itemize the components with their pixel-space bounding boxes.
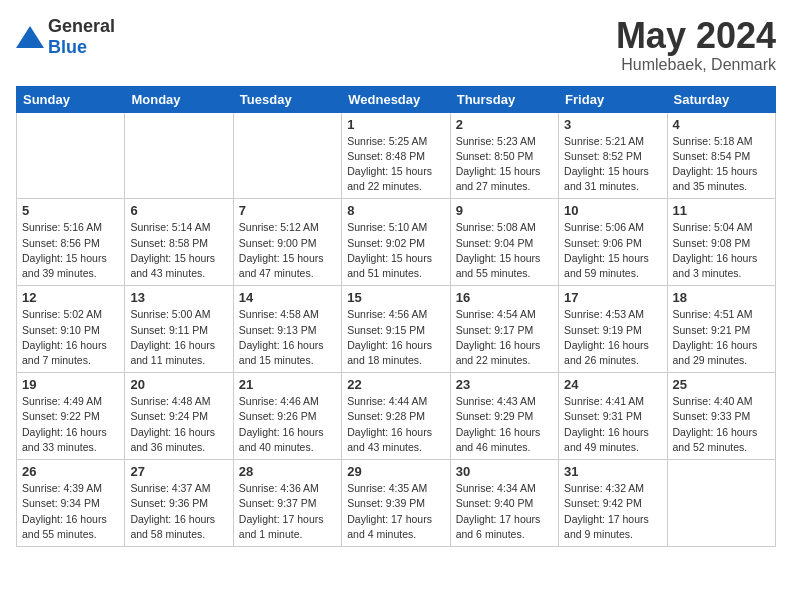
calendar-day-cell: 16Sunrise: 4:54 AMSunset: 9:17 PMDayligh… (450, 286, 558, 373)
calendar-day-cell: 21Sunrise: 4:46 AMSunset: 9:26 PMDayligh… (233, 373, 341, 460)
calendar-day-cell: 3Sunrise: 5:21 AMSunset: 8:52 PMDaylight… (559, 112, 667, 199)
svg-marker-0 (16, 26, 44, 48)
day-number: 29 (347, 464, 444, 479)
day-number: 10 (564, 203, 661, 218)
calendar-day-cell: 4Sunrise: 5:18 AMSunset: 8:54 PMDaylight… (667, 112, 775, 199)
day-number: 11 (673, 203, 770, 218)
calendar-day-cell: 13Sunrise: 5:00 AMSunset: 9:11 PMDayligh… (125, 286, 233, 373)
calendar-day-cell: 10Sunrise: 5:06 AMSunset: 9:06 PMDayligh… (559, 199, 667, 286)
calendar-day-cell: 31Sunrise: 4:32 AMSunset: 9:42 PMDayligh… (559, 460, 667, 547)
day-number: 19 (22, 377, 119, 392)
day-info: Sunrise: 5:18 AMSunset: 8:54 PMDaylight:… (673, 134, 770, 195)
day-info: Sunrise: 4:34 AMSunset: 9:40 PMDaylight:… (456, 481, 553, 542)
calendar-day-cell: 22Sunrise: 4:44 AMSunset: 9:28 PMDayligh… (342, 373, 450, 460)
day-info: Sunrise: 4:41 AMSunset: 9:31 PMDaylight:… (564, 394, 661, 455)
calendar-day-cell: 18Sunrise: 4:51 AMSunset: 9:21 PMDayligh… (667, 286, 775, 373)
day-number: 26 (22, 464, 119, 479)
logo-general: General (48, 16, 115, 36)
calendar-day-cell: 29Sunrise: 4:35 AMSunset: 9:39 PMDayligh… (342, 460, 450, 547)
day-info: Sunrise: 4:53 AMSunset: 9:19 PMDaylight:… (564, 307, 661, 368)
day-info: Sunrise: 5:02 AMSunset: 9:10 PMDaylight:… (22, 307, 119, 368)
day-info: Sunrise: 5:08 AMSunset: 9:04 PMDaylight:… (456, 220, 553, 281)
calendar-day-cell: 12Sunrise: 5:02 AMSunset: 9:10 PMDayligh… (17, 286, 125, 373)
day-number: 28 (239, 464, 336, 479)
day-number: 2 (456, 117, 553, 132)
calendar-day-cell: 27Sunrise: 4:37 AMSunset: 9:36 PMDayligh… (125, 460, 233, 547)
day-info: Sunrise: 5:14 AMSunset: 8:58 PMDaylight:… (130, 220, 227, 281)
calendar-day-cell: 5Sunrise: 5:16 AMSunset: 8:56 PMDaylight… (17, 199, 125, 286)
calendar-day-cell: 15Sunrise: 4:56 AMSunset: 9:15 PMDayligh… (342, 286, 450, 373)
calendar-day-cell: 1Sunrise: 5:25 AMSunset: 8:48 PMDaylight… (342, 112, 450, 199)
weekday-header: Friday (559, 86, 667, 112)
day-info: Sunrise: 4:40 AMSunset: 9:33 PMDaylight:… (673, 394, 770, 455)
day-number: 4 (673, 117, 770, 132)
day-number: 17 (564, 290, 661, 305)
calendar-day-cell: 19Sunrise: 4:49 AMSunset: 9:22 PMDayligh… (17, 373, 125, 460)
logo: General Blue (16, 16, 115, 58)
calendar-week-row: 19Sunrise: 4:49 AMSunset: 9:22 PMDayligh… (17, 373, 776, 460)
calendar-day-cell: 26Sunrise: 4:39 AMSunset: 9:34 PMDayligh… (17, 460, 125, 547)
day-info: Sunrise: 5:25 AMSunset: 8:48 PMDaylight:… (347, 134, 444, 195)
day-number: 23 (456, 377, 553, 392)
day-info: Sunrise: 4:44 AMSunset: 9:28 PMDaylight:… (347, 394, 444, 455)
calendar-day-cell: 2Sunrise: 5:23 AMSunset: 8:50 PMDaylight… (450, 112, 558, 199)
weekday-header: Saturday (667, 86, 775, 112)
calendar-day-cell (125, 112, 233, 199)
day-info: Sunrise: 5:12 AMSunset: 9:00 PMDaylight:… (239, 220, 336, 281)
day-number: 6 (130, 203, 227, 218)
day-info: Sunrise: 4:46 AMSunset: 9:26 PMDaylight:… (239, 394, 336, 455)
logo-blue: Blue (48, 37, 87, 57)
day-info: Sunrise: 4:35 AMSunset: 9:39 PMDaylight:… (347, 481, 444, 542)
day-number: 24 (564, 377, 661, 392)
day-info: Sunrise: 4:48 AMSunset: 9:24 PMDaylight:… (130, 394, 227, 455)
calendar-table: SundayMondayTuesdayWednesdayThursdayFrid… (16, 86, 776, 547)
calendar-header-row: SundayMondayTuesdayWednesdayThursdayFrid… (17, 86, 776, 112)
day-number: 5 (22, 203, 119, 218)
day-info: Sunrise: 4:56 AMSunset: 9:15 PMDaylight:… (347, 307, 444, 368)
calendar-day-cell: 8Sunrise: 5:10 AMSunset: 9:02 PMDaylight… (342, 199, 450, 286)
logo-text: General Blue (48, 16, 115, 58)
calendar-week-row: 12Sunrise: 5:02 AMSunset: 9:10 PMDayligh… (17, 286, 776, 373)
day-info: Sunrise: 4:43 AMSunset: 9:29 PMDaylight:… (456, 394, 553, 455)
logo-icon (16, 26, 44, 48)
day-number: 18 (673, 290, 770, 305)
calendar-week-row: 1Sunrise: 5:25 AMSunset: 8:48 PMDaylight… (17, 112, 776, 199)
day-number: 13 (130, 290, 227, 305)
calendar-day-cell: 30Sunrise: 4:34 AMSunset: 9:40 PMDayligh… (450, 460, 558, 547)
day-number: 25 (673, 377, 770, 392)
day-info: Sunrise: 5:10 AMSunset: 9:02 PMDaylight:… (347, 220, 444, 281)
day-number: 31 (564, 464, 661, 479)
day-info: Sunrise: 4:58 AMSunset: 9:13 PMDaylight:… (239, 307, 336, 368)
day-info: Sunrise: 4:51 AMSunset: 9:21 PMDaylight:… (673, 307, 770, 368)
calendar-day-cell: 28Sunrise: 4:36 AMSunset: 9:37 PMDayligh… (233, 460, 341, 547)
calendar-day-cell: 14Sunrise: 4:58 AMSunset: 9:13 PMDayligh… (233, 286, 341, 373)
day-number: 7 (239, 203, 336, 218)
month-title: May 2024 (616, 16, 776, 56)
day-number: 21 (239, 377, 336, 392)
day-info: Sunrise: 5:00 AMSunset: 9:11 PMDaylight:… (130, 307, 227, 368)
day-info: Sunrise: 5:16 AMSunset: 8:56 PMDaylight:… (22, 220, 119, 281)
weekday-header: Wednesday (342, 86, 450, 112)
day-number: 22 (347, 377, 444, 392)
calendar-day-cell: 20Sunrise: 4:48 AMSunset: 9:24 PMDayligh… (125, 373, 233, 460)
day-number: 1 (347, 117, 444, 132)
day-info: Sunrise: 4:37 AMSunset: 9:36 PMDaylight:… (130, 481, 227, 542)
day-number: 12 (22, 290, 119, 305)
weekday-header: Monday (125, 86, 233, 112)
calendar-day-cell (667, 460, 775, 547)
day-info: Sunrise: 4:39 AMSunset: 9:34 PMDaylight:… (22, 481, 119, 542)
calendar-day-cell: 7Sunrise: 5:12 AMSunset: 9:00 PMDaylight… (233, 199, 341, 286)
calendar-week-row: 5Sunrise: 5:16 AMSunset: 8:56 PMDaylight… (17, 199, 776, 286)
calendar-day-cell (233, 112, 341, 199)
day-info: Sunrise: 5:06 AMSunset: 9:06 PMDaylight:… (564, 220, 661, 281)
day-number: 15 (347, 290, 444, 305)
day-info: Sunrise: 5:23 AMSunset: 8:50 PMDaylight:… (456, 134, 553, 195)
day-number: 20 (130, 377, 227, 392)
calendar-week-row: 26Sunrise: 4:39 AMSunset: 9:34 PMDayligh… (17, 460, 776, 547)
day-info: Sunrise: 4:54 AMSunset: 9:17 PMDaylight:… (456, 307, 553, 368)
day-info: Sunrise: 4:49 AMSunset: 9:22 PMDaylight:… (22, 394, 119, 455)
calendar-day-cell: 24Sunrise: 4:41 AMSunset: 9:31 PMDayligh… (559, 373, 667, 460)
day-info: Sunrise: 4:36 AMSunset: 9:37 PMDaylight:… (239, 481, 336, 542)
day-number: 16 (456, 290, 553, 305)
calendar-day-cell: 23Sunrise: 4:43 AMSunset: 9:29 PMDayligh… (450, 373, 558, 460)
